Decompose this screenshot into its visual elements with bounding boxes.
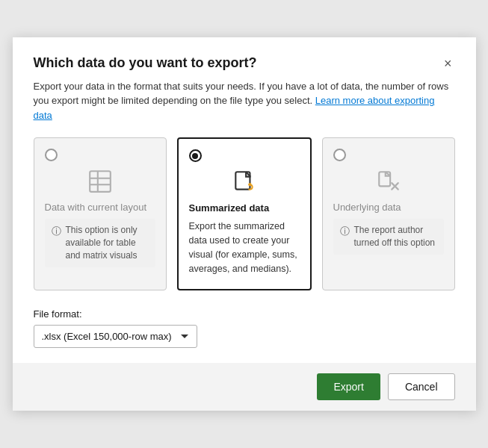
close-button[interactable]: × (441, 55, 455, 72)
radio-row-underlying (333, 149, 444, 161)
summarized-icon (189, 169, 300, 195)
export-dialog: Which data do you want to export? × Expo… (13, 37, 476, 411)
dialog-header: Which data do you want to export? × (34, 55, 455, 72)
current-layout-label: Data with current layout (45, 202, 155, 213)
option-card-summarized[interactable]: Summarized data Export the summarized da… (177, 137, 312, 290)
dialog-subtitle: Export your data in the format that suit… (34, 79, 455, 123)
option-card-underlying[interactable]: Underlying data ⓘ The report author turn… (322, 137, 455, 290)
radio-current-layout[interactable] (45, 149, 58, 161)
underlying-info-box: ⓘ The report author turned off this opti… (333, 219, 444, 255)
option-card-current-layout[interactable]: Data with current layout ⓘ This option i… (34, 137, 167, 290)
radio-underlying[interactable] (333, 149, 346, 161)
cancel-button[interactable]: Cancel (388, 373, 455, 400)
current-layout-info-text: This option is only available for table … (66, 224, 149, 261)
radio-summarized[interactable] (189, 149, 202, 162)
dialog-footer: Export Cancel (13, 363, 476, 411)
radio-row-summarized (189, 149, 300, 162)
underlying-icon (333, 169, 444, 194)
file-format-label: File format: (34, 308, 455, 320)
options-row: Data with current layout ⓘ This option i… (34, 137, 455, 290)
underlying-info-text: The report author turned off this option (354, 224, 437, 249)
info-icon-current: ⓘ (52, 225, 61, 238)
table-icon (45, 169, 155, 194)
summarized-label: Summarized data (189, 202, 300, 214)
info-icon-underlying: ⓘ (340, 225, 350, 238)
radio-row-current (45, 149, 155, 161)
current-layout-info-box: ⓘ This option is only available for tabl… (45, 219, 155, 267)
underlying-label: Underlying data (333, 202, 444, 213)
export-button[interactable]: Export (317, 373, 380, 400)
svg-rect-0 (90, 171, 111, 192)
summarized-desc: Export the summarized data used to creat… (189, 220, 300, 276)
svg-point-5 (248, 183, 251, 186)
file-format-select[interactable]: .xlsx (Excel 150,000-row max).csv (34, 325, 197, 348)
dialog-title: Which data do you want to export? (34, 55, 257, 71)
file-format-section: File format: .xlsx (Excel 150,000-row ma… (34, 308, 455, 348)
